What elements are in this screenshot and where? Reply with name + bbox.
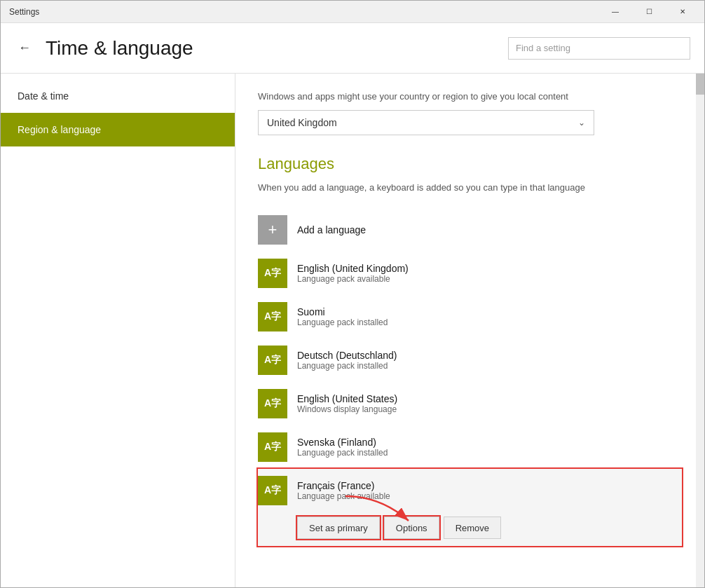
lang-name: Suomi <box>297 306 388 317</box>
add-language-icon: + <box>258 215 287 245</box>
country-dropdown[interactable]: United Kingdom ⌄ <box>258 110 594 135</box>
lang-status: Language pack installed <box>297 317 388 327</box>
sidebar: Date & time Region & language <box>1 74 235 587</box>
scrollbar-thumb[interactable] <box>696 74 704 95</box>
language-list: + Add a language A字 English (United King… <box>258 208 682 546</box>
close-button[interactable]: ✕ <box>666 1 699 23</box>
minimize-button[interactable]: — <box>599 1 631 23</box>
lang-name: Svenska (Finland) <box>297 437 388 448</box>
languages-desc: When you add a language, a keyboard is a… <box>258 182 682 194</box>
dropdown-arrow-icon: ⌄ <box>578 118 585 128</box>
lang-info: Français (France) Language pack availabl… <box>297 480 390 501</box>
lang-status: Windows display language <box>297 404 397 414</box>
lang-info: English (United Kingdom) Language pack a… <box>297 263 409 284</box>
window-title: Settings <box>9 7 39 17</box>
sidebar-item-date-time[interactable]: Date & time <box>1 79 235 113</box>
lang-status: Language pack available <box>297 274 409 284</box>
page-header: ← Time & language <box>1 23 704 74</box>
lang-info: Deutsch (Deutschland) Language pack inst… <box>297 350 397 371</box>
lang-status: Language pack installed <box>297 448 388 458</box>
country-section-label: Windows and apps might use your country … <box>258 90 682 103</box>
scrollbar-track[interactable] <box>696 74 704 587</box>
sidebar-item-region-language[interactable]: Region & language <box>1 113 235 146</box>
sidebar-item-label: Region & language <box>18 124 101 135</box>
settings-window: Settings — ☐ ✕ ← Time & language Date & … <box>0 0 705 588</box>
lang-status: Language pack installed <box>297 361 397 371</box>
language-icon: A字 <box>258 432 287 462</box>
francais-item[interactable]: A字 Français (France) Language pack avail… <box>258 469 682 512</box>
set-primary-button[interactable]: Set as primary <box>297 517 380 539</box>
list-item[interactable]: A字 Svenska (Finland) Language pack insta… <box>258 425 682 469</box>
page-title: Time & language <box>46 37 193 60</box>
back-button[interactable]: ← <box>12 36 37 61</box>
language-icon: A字 <box>258 346 287 375</box>
lang-name: English (United Kingdom) <box>297 263 409 274</box>
titlebar: Settings — ☐ ✕ <box>1 1 704 23</box>
lang-name: Français (France) <box>297 480 390 491</box>
list-item[interactable]: A字 Deutsch (Deutschland) Language pack i… <box>258 339 682 382</box>
lang-info: English (United States) Windows display … <box>297 393 397 414</box>
add-language-info: Add a language <box>297 224 366 235</box>
add-language-label: Add a language <box>297 224 366 235</box>
languages-heading: Languages <box>258 155 682 173</box>
search-input[interactable] <box>508 37 690 60</box>
remove-button[interactable]: Remove <box>444 517 501 539</box>
lang-status: Language pack available <box>297 491 390 501</box>
options-button[interactable]: Options <box>384 517 439 539</box>
list-item[interactable]: A字 Suomi Language pack installed <box>258 295 682 339</box>
country-value: United Kingdom <box>267 117 337 128</box>
list-item[interactable]: A字 Français (France) Language pack avail… <box>258 469 682 546</box>
lang-info: Suomi Language pack installed <box>297 306 388 327</box>
sidebar-item-label: Date & time <box>18 90 69 102</box>
language-icon: A字 <box>258 259 287 288</box>
maximize-button[interactable]: ☐ <box>633 1 665 23</box>
main-content: Windows and apps might use your country … <box>235 74 704 587</box>
language-action-bar: Set as primary Options Remove <box>258 512 682 546</box>
language-icon: A字 <box>258 302 287 331</box>
list-item[interactable]: A字 English (United Kingdom) Language pac… <box>258 252 682 295</box>
list-item[interactable]: A字 English (United States) Windows displ… <box>258 382 682 425</box>
language-icon: A字 <box>258 389 287 418</box>
lang-info: Svenska (Finland) Language pack installe… <box>297 437 388 458</box>
main-content-area: Date & time Region & language Windows an… <box>1 74 704 587</box>
header-left: ← Time & language <box>12 36 193 61</box>
lang-name: English (United States) <box>297 393 397 404</box>
lang-name: Deutsch (Deutschland) <box>297 350 397 361</box>
add-language-item[interactable]: + Add a language <box>258 208 682 252</box>
language-icon: A字 <box>258 476 287 505</box>
window-controls: — ☐ ✕ <box>599 1 699 23</box>
